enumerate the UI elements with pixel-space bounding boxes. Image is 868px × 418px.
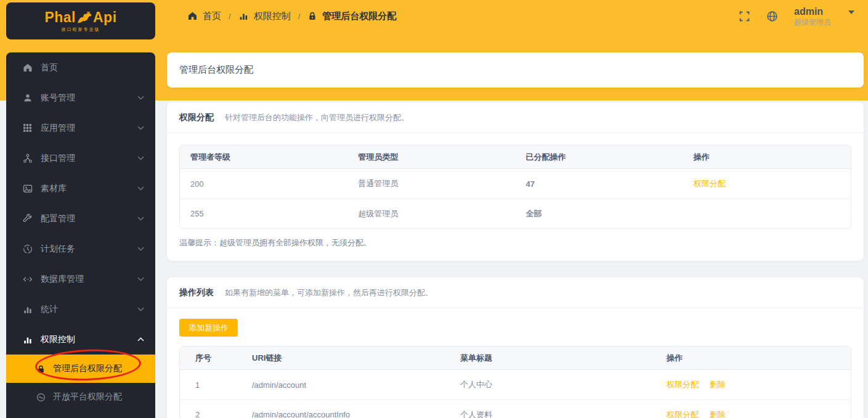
col-header-actions: 操作 <box>656 346 851 370</box>
bar-chart-icon <box>238 11 249 21</box>
assigned-count-value: 全部 <box>516 199 683 228</box>
sidebar-item-statistics[interactable]: 统计 <box>6 294 155 324</box>
table-row: 255 超级管理员 全部 <box>180 199 851 228</box>
globe-icon[interactable] <box>766 10 778 22</box>
sidebar-item-home[interactable]: 首页 <box>6 52 155 83</box>
chevron-down-icon <box>137 216 144 221</box>
row-index: 1 <box>180 370 241 400</box>
assigned-count-value: 47 <box>516 169 683 199</box>
operation-list-header: 操作列表 如果有新增的菜单，可添加新操作，然后再进行权限分配。 <box>167 277 864 308</box>
breadcrumb-permission-control[interactable]: 权限控制 <box>238 10 291 22</box>
page-title: 管理后台权限分配 <box>179 64 253 76</box>
col-header-admin-type: 管理员类型 <box>347 145 515 169</box>
user-menu[interactable]: admin 超级管理员 <box>794 6 854 27</box>
brand-name-right: Api <box>93 9 117 26</box>
chevron-down-icon <box>137 186 144 191</box>
header-actions: admin 超级管理员 <box>739 0 854 32</box>
brand-logo[interactable]: Phal Api 接口框架专业版 <box>6 2 155 39</box>
assign-permission-link[interactable]: 权限分配 <box>694 179 726 188</box>
table-row: 200 普通管理员 47 权限分配 <box>180 169 851 199</box>
admin-level-value: 255 <box>180 199 347 228</box>
apps-grid-icon <box>23 123 33 133</box>
clock-icon <box>23 244 33 254</box>
col-header-uri: URI链接 <box>241 346 450 370</box>
admin-type-value: 超级管理员 <box>347 199 515 228</box>
table-row: 1 /admin/account 个人中心 权限分配 删除 <box>180 370 851 400</box>
chevron-down-icon <box>137 96 144 100</box>
permission-assign-header: 权限分配 针对管理后台的功能操作，向管理员进行权限分配。 <box>167 102 864 133</box>
col-header-admin-level: 管理者等级 <box>180 145 347 169</box>
col-header-menu-title: 菜单标题 <box>450 346 656 370</box>
operation-list-card: 操作列表 如果有新增的菜单，可添加新操作，然后再进行权限分配。 添加新操作 序号… <box>167 277 864 418</box>
user-name: admin <box>794 6 831 18</box>
section-title: 操作列表 <box>179 287 214 298</box>
sidebar-item-apps[interactable]: 应用管理 <box>6 113 155 143</box>
sidebar: 首页 账号管理 应用管理 接口管理 素材库 <box>6 52 155 418</box>
user-icon <box>23 93 33 103</box>
chevron-down-icon <box>137 277 144 281</box>
sidebar-item-accounts[interactable]: 账号管理 <box>6 83 155 113</box>
chevron-down-icon <box>137 307 144 311</box>
row-index: 2 <box>180 400 241 418</box>
sidebar-item-media-library[interactable]: 素材库 <box>6 173 155 203</box>
code-icon <box>23 274 33 284</box>
page-title-card: 管理后台权限分配 <box>167 52 864 88</box>
wrench-icon <box>23 214 33 224</box>
col-header-index: 序号 <box>180 346 241 370</box>
actions-empty-cell <box>683 199 851 228</box>
brand-name-left: Phal <box>44 9 76 26</box>
home-icon <box>23 63 33 73</box>
sidebar-item-api[interactable]: 接口管理 <box>6 143 155 173</box>
wave-circle-icon <box>36 393 46 402</box>
delete-link[interactable]: 删除 <box>710 380 726 389</box>
brand-wordmark: Phal Api <box>44 9 116 26</box>
share-nodes-icon <box>23 154 33 163</box>
sidebar-subitem-admin-permission[interactable]: 管理后台权限分配 <box>6 354 155 383</box>
assign-permission-link[interactable]: 权限分配 <box>667 380 699 389</box>
dog-logo-icon <box>76 11 92 25</box>
chevron-down-icon <box>137 126 144 130</box>
breadcrumb-current-page: 管理后台权限分配 <box>307 10 396 22</box>
sidebar-item-config[interactable]: 配置管理 <box>6 203 155 234</box>
fullscreen-icon[interactable] <box>739 10 750 22</box>
col-header-assigned-count: 已分配操作 <box>516 145 683 169</box>
chevron-down-icon <box>137 156 144 160</box>
section-description: 针对管理后台的功能操作，向管理员进行权限分配。 <box>225 112 409 123</box>
lock-icon <box>307 11 317 21</box>
breadcrumb: 首页 / 权限控制 / 管理后台权限分配 <box>187 0 396 32</box>
permission-assign-card: 权限分配 针对管理后台的功能操作，向管理员进行权限分配。 管理者等级 管理员类型… <box>167 102 864 261</box>
assign-permission-link[interactable]: 权限分配 <box>667 410 699 418</box>
bar-chart-icon <box>23 305 33 314</box>
sidebar-subitem-open-platform-permission[interactable]: 开放平台权限分配 <box>6 383 155 411</box>
delete-link[interactable]: 删除 <box>710 410 726 418</box>
breadcrumb-separator: / <box>227 12 233 21</box>
tip-text: 温馨提示：超级管理员拥有全部操作权限，无须分配。 <box>179 237 851 248</box>
section-description: 如果有新增的菜单，可添加新操作，然后再进行权限分配。 <box>225 287 433 298</box>
table-row: 2 /admin/account/accountInfo 个人资料 权限分配 删… <box>180 400 851 418</box>
brand-tagline: 接口框架专业版 <box>62 27 100 33</box>
menu-title-value: 个人资料 <box>450 400 656 418</box>
image-icon <box>23 184 33 194</box>
home-icon <box>187 11 198 21</box>
section-title: 权限分配 <box>179 112 214 123</box>
menu-title-value: 个人中心 <box>450 370 656 400</box>
uri-value: /admin/account <box>241 370 450 400</box>
breadcrumb-home[interactable]: 首页 <box>187 10 221 22</box>
col-header-actions: 操作 <box>683 145 851 169</box>
caret-down-icon <box>848 10 854 14</box>
admin-level-value: 200 <box>180 169 347 199</box>
chevron-up-icon <box>137 337 144 342</box>
sidebar-item-scheduled-tasks[interactable]: 计划任务 <box>6 234 155 264</box>
add-operation-button[interactable]: 添加新操作 <box>179 319 238 337</box>
admin-type-value: 普通管理员 <box>347 169 515 199</box>
breadcrumb-separator: / <box>296 12 302 21</box>
sidebar-item-database[interactable]: 数据库管理 <box>6 264 155 294</box>
table-header-row: 管理者等级 管理员类型 已分配操作 操作 <box>180 145 851 169</box>
table-header-row: 序号 URI链接 菜单标题 操作 <box>180 346 851 370</box>
sidebar-item-permission-control[interactable]: 权限控制 <box>6 324 155 354</box>
user-role: 超级管理员 <box>794 18 831 27</box>
uri-value: /admin/account/accountInfo <box>241 400 450 418</box>
admin-level-table: 管理者等级 管理员类型 已分配操作 操作 200 普通管理员 47 权限分配 2… <box>179 145 851 229</box>
lock-icon <box>36 364 46 374</box>
chevron-down-icon <box>137 247 144 251</box>
